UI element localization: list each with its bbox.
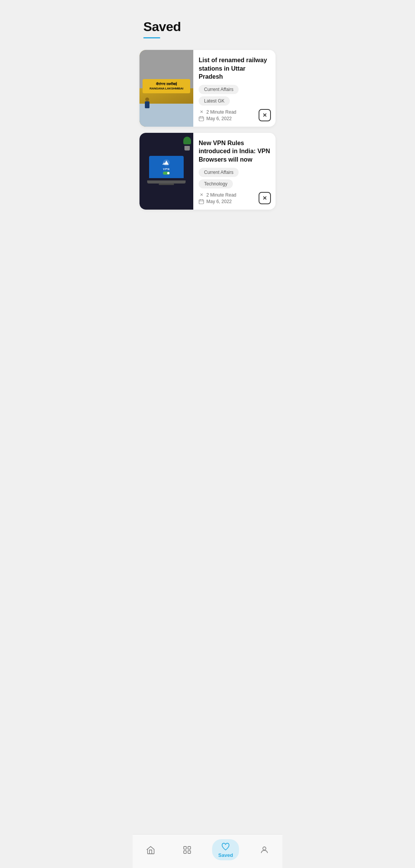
card-content-2: New VPN Rules introduced in India: VPN B…	[193, 133, 276, 210]
header-underline	[143, 37, 160, 38]
saved-card-1[interactable]: वीरांगना लक्ष्मीबाई RANGANA LAKSHMIBAI L…	[139, 50, 276, 127]
tag-technology[interactable]: Technology	[199, 179, 233, 188]
card-image-railway: वीरांगना लक्ष्मीबाई RANGANA LAKSHMIBAI	[139, 50, 193, 127]
card-content-1: List of renamed railway stations in Utta…	[193, 50, 276, 127]
page-title: Saved	[143, 19, 272, 34]
saved-card-2[interactable]: VPN New VPN Rules introduced in India: V…	[139, 133, 276, 210]
clock-icon-2: ✕	[199, 192, 204, 198]
card-title-1: List of renamed railway stations in Utta…	[199, 56, 271, 81]
card-image-vpn: VPN	[139, 133, 193, 210]
calendar-icon-2	[199, 199, 204, 204]
cards-container: वीरांगना लक्ष्मीबाई RANGANA LAKSHMIBAI L…	[133, 46, 282, 213]
svg-rect-7	[199, 200, 204, 204]
tag-latest-gk[interactable]: Latest GK	[199, 96, 230, 106]
tags-container-2: Current Affairs Technology	[199, 168, 271, 188]
remove-card-2-button[interactable]: ✕	[259, 192, 271, 204]
tag-current-affairs-2[interactable]: Current Affairs	[199, 168, 239, 177]
calendar-icon-1	[199, 116, 204, 121]
header: Saved	[133, 0, 282, 46]
remove-card-1-button[interactable]: ✕	[259, 109, 271, 121]
tag-current-affairs-1[interactable]: Current Affairs	[199, 85, 239, 94]
tags-container-1: Current Affairs Latest GK	[199, 85, 271, 106]
svg-rect-0	[199, 117, 204, 121]
clock-icon-1: ✕	[199, 109, 204, 115]
card-title-2: New VPN Rules introduced in India: VPN B…	[199, 139, 271, 164]
page-container: Saved वीरांगना लक्ष्मीबाई RANGANA LAKSHM…	[133, 0, 282, 312]
